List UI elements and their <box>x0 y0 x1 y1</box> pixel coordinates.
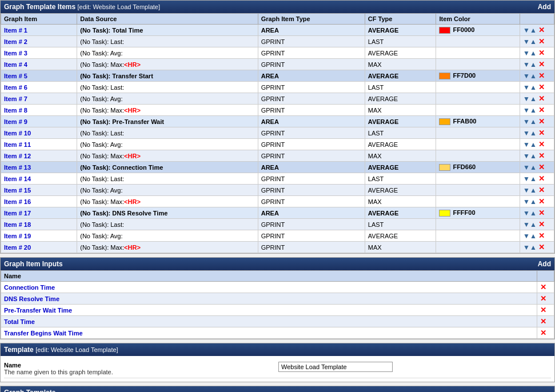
move-up-icon[interactable]: ▲ <box>530 209 537 217</box>
graph-items-add-button[interactable]: Add <box>538 3 551 11</box>
move-up-icon[interactable]: ▲ <box>530 118 537 126</box>
move-down-icon[interactable]: ▼ <box>523 95 530 103</box>
item-link[interactable]: Item # 16 <box>4 198 31 205</box>
move-up-icon[interactable]: ▲ <box>530 26 537 34</box>
delete-icon[interactable]: ✕ <box>538 106 545 114</box>
move-down-icon[interactable]: ▼ <box>523 198 530 206</box>
move-up-icon[interactable]: ▲ <box>530 221 537 229</box>
item-link[interactable]: Item # 10 <box>4 130 31 137</box>
move-down-icon[interactable]: ▼ <box>523 83 530 91</box>
move-up-icon[interactable]: ▲ <box>530 186 537 194</box>
move-down-icon[interactable]: ▼ <box>523 129 530 137</box>
actions-cell: ▼▲ ✕ <box>520 219 554 230</box>
move-down-icon[interactable]: ▼ <box>523 209 530 217</box>
move-up-icon[interactable]: ▲ <box>530 152 537 160</box>
color-swatch <box>439 164 450 171</box>
input-link[interactable]: Connection Time <box>4 284 55 291</box>
delete-icon[interactable]: ✕ <box>538 83 545 91</box>
input-link[interactable]: DNS Resolve Time <box>4 295 59 302</box>
item-link[interactable]: Item # 19 <box>4 233 31 239</box>
delete-input-icon[interactable]: ✕ <box>540 317 546 326</box>
move-up-icon[interactable]: ▲ <box>530 106 537 114</box>
move-up-icon[interactable]: ▲ <box>530 141 537 149</box>
delete-icon[interactable]: ✕ <box>538 197 545 206</box>
delete-icon[interactable]: ✕ <box>538 243 545 251</box>
move-down-icon[interactable]: ▼ <box>523 163 530 171</box>
move-up-icon[interactable]: ▲ <box>530 83 537 91</box>
move-up-icon[interactable]: ▲ <box>530 198 537 206</box>
item-link[interactable]: Item # 14 <box>4 175 31 182</box>
move-down-icon[interactable]: ▼ <box>523 243 530 251</box>
input-link[interactable]: Pre-Transfer Wait Time <box>4 307 72 314</box>
item-link[interactable]: Item # 15 <box>4 187 31 194</box>
delete-icon[interactable]: ✕ <box>538 49 545 57</box>
delete-icon[interactable]: ✕ <box>538 129 545 137</box>
move-up-icon[interactable]: ▲ <box>530 232 537 240</box>
item-id-cell: Item # 13 <box>1 162 77 173</box>
delete-input-icon[interactable]: ✕ <box>540 306 546 314</box>
move-down-icon[interactable]: ▼ <box>523 26 530 34</box>
item-link[interactable]: Item # 11 <box>4 141 31 148</box>
item-link[interactable]: Item # 3 <box>4 50 27 57</box>
item-link[interactable]: Item # 1 <box>4 27 27 34</box>
item-link[interactable]: Item # 20 <box>4 244 31 251</box>
move-down-icon[interactable]: ▼ <box>523 61 530 69</box>
item-link[interactable]: Item # 12 <box>4 153 31 159</box>
item-link[interactable]: Item # 4 <box>4 61 27 68</box>
delete-input-icon[interactable]: ✕ <box>540 283 546 291</box>
delete-icon[interactable]: ✕ <box>538 71 545 80</box>
move-up-icon[interactable]: ▲ <box>530 61 537 69</box>
delete-icon[interactable]: ✕ <box>538 37 545 46</box>
item-link[interactable]: Item # 7 <box>4 95 27 102</box>
move-up-icon[interactable]: ▲ <box>530 175 537 183</box>
move-up-icon[interactable]: ▲ <box>530 243 537 251</box>
input-link[interactable]: Total Time <box>4 318 35 325</box>
graph-inputs-add-button[interactable]: Add <box>538 260 551 268</box>
item-link[interactable]: Item # 2 <box>4 38 27 45</box>
move-down-icon[interactable]: ▼ <box>523 72 530 80</box>
move-up-icon[interactable]: ▲ <box>530 163 537 171</box>
move-down-icon[interactable]: ▼ <box>523 38 530 46</box>
item-link[interactable]: Item # 5 <box>4 73 27 79</box>
move-up-icon[interactable]: ▲ <box>530 38 537 46</box>
delete-icon[interactable]: ✕ <box>538 220 545 229</box>
move-up-icon[interactable]: ▲ <box>530 49 537 57</box>
delete-input-icon[interactable]: ✕ <box>540 294 546 303</box>
move-down-icon[interactable]: ▼ <box>523 186 530 194</box>
move-down-icon[interactable]: ▼ <box>523 49 530 57</box>
delete-icon[interactable]: ✕ <box>538 209 545 217</box>
move-up-icon[interactable]: ▲ <box>530 129 537 137</box>
delete-icon[interactable]: ✕ <box>538 163 545 171</box>
delete-icon[interactable]: ✕ <box>538 94 545 103</box>
item-link[interactable]: Item # 17 <box>4 210 31 217</box>
delete-icon[interactable]: ✕ <box>538 140 545 149</box>
delete-icon[interactable]: ✕ <box>538 186 545 194</box>
delete-icon[interactable]: ✕ <box>538 26 545 34</box>
move-down-icon[interactable]: ▼ <box>523 152 530 160</box>
delete-icon[interactable]: ✕ <box>538 174 545 183</box>
input-link[interactable]: Transfer Begins Wait Time <box>4 330 83 337</box>
item-link[interactable]: Item # 9 <box>4 118 27 125</box>
color-cell <box>436 82 520 93</box>
delete-icon[interactable]: ✕ <box>538 151 545 160</box>
move-up-icon[interactable]: ▲ <box>530 95 537 103</box>
template-name-input[interactable] <box>278 362 393 372</box>
move-up-icon[interactable]: ▲ <box>530 72 537 80</box>
move-down-icon[interactable]: ▼ <box>523 232 530 240</box>
data-source-cell: (No Task): Avg: <box>77 139 258 150</box>
move-down-icon[interactable]: ▼ <box>523 221 530 229</box>
delete-icon[interactable]: ✕ <box>538 231 545 240</box>
item-link[interactable]: Item # 18 <box>4 221 31 228</box>
move-down-icon[interactable]: ▼ <box>523 175 530 183</box>
color-value: FFD660 <box>453 163 476 170</box>
item-link[interactable]: Item # 13 <box>4 164 31 171</box>
delete-icon[interactable]: ✕ <box>538 60 545 69</box>
move-down-icon[interactable]: ▼ <box>523 141 530 149</box>
table-row: Item # 3(No Task): Avg:GPRINTAVERAGE▼▲ ✕ <box>1 47 554 59</box>
item-link[interactable]: Item # 6 <box>4 84 27 91</box>
item-link[interactable]: Item # 8 <box>4 107 27 114</box>
delete-icon[interactable]: ✕ <box>538 117 545 126</box>
move-down-icon[interactable]: ▼ <box>523 106 530 114</box>
move-down-icon[interactable]: ▼ <box>523 118 530 126</box>
delete-input-icon[interactable]: ✕ <box>540 329 546 337</box>
